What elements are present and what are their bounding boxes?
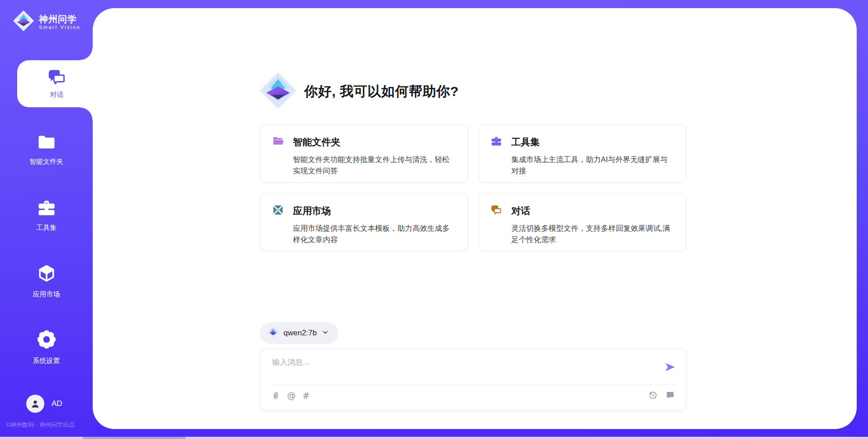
gem-diamond-logo [13, 10, 34, 33]
sidebar-item-label: 工具集 [36, 224, 57, 232]
briefcase-icon [37, 199, 56, 218]
chat-bubble-filled-icon [665, 391, 675, 400]
composer-divider [270, 384, 676, 385]
brand-subtitle: Smart Vision [39, 24, 80, 30]
sidebar-item-label: 系统设置 [33, 357, 60, 365]
mention-button[interactable]: @ [287, 391, 296, 401]
horizontal-scrollbar[interactable] [0, 437, 868, 439]
main-content-panel: 你好, 我可以如何帮助你? 智能文件夹 智能文件夹功能支持批量文件上传与清洗，轻… [93, 8, 857, 429]
person-icon [30, 398, 41, 409]
card-title: 对话 [511, 205, 530, 217]
scrollbar-thumb[interactable] [83, 437, 186, 439]
gem-diamond-logo [267, 326, 279, 340]
briefcase-icon [491, 135, 502, 149]
model-selector[interactable]: qwen2:7b [260, 322, 338, 344]
brand-logo: 神州问学 Smart Vision [13, 10, 80, 33]
user-account[interactable]: AD [26, 395, 62, 413]
card-smart-folder[interactable]: 智能文件夹 智能文件夹功能支持批量文件上传与清洗，轻松实现文件问答 [260, 124, 468, 182]
greeting-block: 你好, 我可以如何帮助你? [259, 72, 459, 111]
at-sign-icon: @ [287, 391, 296, 401]
sidebar-item-label: 对话 [50, 91, 64, 99]
copyright-text: ©神州数码 · 神州问学出品 [6, 421, 75, 429]
user-name: AD [52, 399, 62, 408]
topic-button[interactable]: # [302, 391, 310, 401]
chat-bubbles-icon [491, 204, 502, 218]
grid-quadrants-icon [272, 204, 284, 218]
hash-icon: # [302, 391, 310, 401]
message-composer: @ # [260, 348, 686, 411]
card-title: 应用市场 [293, 205, 331, 217]
card-description: 集成市场上主流工具，助力AI与外界无缝扩展与对接 [511, 154, 674, 177]
send-icon [664, 361, 676, 373]
card-toolset[interactable]: 工具集 集成市场上主流工具，助力AI与外界无缝扩展与对接 [478, 124, 686, 182]
gear-icon [37, 329, 57, 351]
history-clock-icon [648, 391, 658, 400]
card-title: 工具集 [511, 136, 540, 148]
card-description: 灵活切换多模型文件，支持多样回复效果调试,满足个性化需求 [511, 223, 674, 245]
chat-bubbles-icon [47, 68, 66, 87]
sidebar-item-smart-folder[interactable]: 智能文件夹 [0, 134, 93, 166]
sidebar-item-label: 智能文件夹 [29, 157, 63, 166]
sidebar: 神州问学 Smart Vision 对话 智能文件夹 [0, 0, 93, 439]
card-description: 智能文件夹功能支持批量文件上传与清洗，轻松实现文件问答 [293, 154, 456, 177]
card-description: 应用市场提供丰富长文本模板，助力高效生成多样化文章内容 [293, 223, 456, 245]
gem-diamond-logo [259, 72, 297, 111]
sidebar-item-toolset[interactable]: 工具集 [0, 199, 93, 232]
sidebar-item-chat[interactable]: 对话 [17, 60, 96, 107]
sidebar-item-app-market[interactable]: 应用市场 [0, 264, 93, 299]
model-name: qwen2:7b [283, 329, 317, 338]
sidebar-item-label: 应用市场 [33, 290, 60, 299]
history-button[interactable] [648, 391, 658, 400]
card-app-market[interactable]: 应用市场 应用市场提供丰富长文本模板，助力高效生成多样化文章内容 [260, 193, 468, 251]
greeting-title: 你好, 我可以如何帮助你? [304, 82, 459, 101]
card-chat[interactable]: 对话 灵活切换多模型文件，支持多样回复效果调试,满足个性化需求 [478, 193, 686, 251]
feedback-button[interactable] [665, 391, 675, 400]
message-input[interactable] [272, 357, 652, 381]
tab-fillet-top [80, 48, 93, 60]
brand-name: 神州问学 [39, 14, 80, 24]
folder-icon [37, 134, 56, 152]
attach-button[interactable] [271, 391, 280, 401]
folder-open-icon [272, 135, 284, 149]
paperclip-icon [271, 391, 280, 401]
cube-icon [37, 264, 56, 285]
sidebar-item-settings[interactable]: 系统设置 [0, 329, 93, 365]
feature-cards: 智能文件夹 智能文件夹功能支持批量文件上传与清洗，轻松实现文件问答 工 [260, 124, 686, 251]
avatar [26, 395, 44, 413]
chevron-down-icon [321, 329, 329, 338]
tab-fillet-bottom [80, 107, 93, 120]
send-button[interactable] [663, 361, 677, 374]
card-title: 智能文件夹 [293, 136, 340, 148]
